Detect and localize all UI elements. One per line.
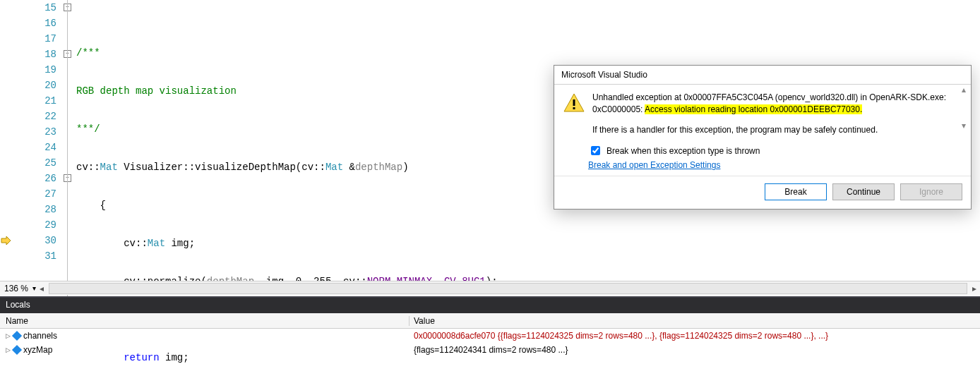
- locals-var-name: channels: [23, 331, 57, 341]
- break-on-exception-checkbox[interactable]: [591, 146, 600, 155]
- dialog-message: Unhandled exception at 0x00007FFA5C3C045…: [592, 92, 962, 135]
- locals-var-value: {flags=1124024341 dims=2 rows=480 ...}: [410, 345, 980, 355]
- locals-row[interactable]: ▷ xyzMap {flags=1124024341 dims=2 rows=4…: [0, 343, 980, 357]
- horizontal-scrollbar[interactable]: [49, 283, 967, 294]
- expand-icon[interactable]: ▷: [6, 332, 11, 339]
- locals-row[interactable]: ▷ channels 0x0000008d6acfe070 {{flags=11…: [0, 329, 980, 343]
- scroll-down-icon[interactable]: ▾: [958, 120, 969, 131]
- svg-rect-1: [573, 107, 575, 109]
- warning-icon: [563, 92, 585, 135]
- break-button[interactable]: Break: [765, 183, 827, 200]
- variable-icon: [12, 345, 22, 355]
- editor-status-bar: 136 % ▾ ◂ ▸: [0, 281, 980, 295]
- continue-button[interactable]: Continue: [832, 183, 895, 200]
- scroll-right-icon[interactable]: ▸: [969, 283, 980, 294]
- locals-header: Name Value: [0, 313, 980, 329]
- locals-panel: Locals Name Value ▷ channels 0x0000008d6…: [0, 296, 980, 376]
- expand-icon[interactable]: ▷: [6, 346, 11, 353]
- locals-panel-title: Locals: [0, 298, 980, 313]
- outline-column: − − −: [64, 0, 76, 296]
- line-number-gutter: 15 16 17 18 19 20 21 22 23 24 25 26 27 2…: [0, 0, 64, 296]
- exception-dialog: Microsoft Visual Studio Unhandled except…: [554, 65, 972, 210]
- svg-rect-0: [573, 99, 575, 106]
- dialog-title: Microsoft Visual Studio: [554, 66, 971, 85]
- open-exception-settings-link[interactable]: Break and open Exception Settings: [588, 160, 720, 170]
- ignore-button: Ignore: [900, 183, 962, 200]
- variable-icon: [12, 331, 22, 341]
- current-line-arrow-icon: [0, 235, 11, 246]
- locals-header-value[interactable]: Value: [410, 316, 980, 326]
- locals-var-name: xyzMap: [23, 345, 52, 355]
- scroll-left-icon[interactable]: ◂: [36, 283, 47, 294]
- scroll-up-icon[interactable]: ▴: [958, 84, 969, 95]
- locals-var-value: 0x0000008d6acfe070 {{flags=1124024325 di…: [410, 331, 980, 341]
- locals-header-name[interactable]: Name: [0, 316, 410, 326]
- checkbox-label: Break when this exception type is thrown: [606, 146, 760, 156]
- zoom-level[interactable]: 136 %: [0, 284, 32, 293]
- dialog-scrollbar[interactable]: ▴ ▾: [958, 84, 969, 131]
